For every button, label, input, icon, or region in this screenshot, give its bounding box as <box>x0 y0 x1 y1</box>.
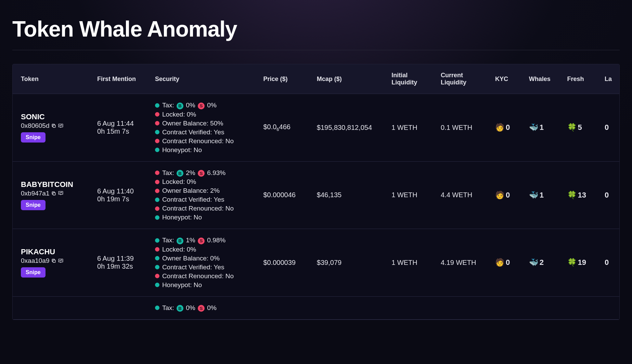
table-row: Tax: B 0% S 0% <box>13 296 619 320</box>
cell-kyc: 🧑0 <box>490 161 524 229</box>
cell-mcap: $46,135 <box>312 161 387 229</box>
first-mention-date: 6 Aug 11:40 <box>97 187 145 195</box>
cell-first-mention <box>92 296 150 320</box>
cell-mcap: $39,079 <box>312 229 387 297</box>
status-dot-green-icon <box>155 256 159 260</box>
status-dot-red-icon <box>155 112 159 117</box>
table-row: SONIC0x80605dSnipe6 Aug 11:440h 15m 7sTa… <box>13 94 619 162</box>
col-token[interactable]: Token <box>13 64 92 94</box>
sell-badge-icon: S <box>198 238 205 244</box>
security-tax: Tax: B 0% S 0% <box>155 304 254 312</box>
chart-icon[interactable] <box>58 191 63 196</box>
token-table: Token First Mention Security Price ($) M… <box>13 64 619 320</box>
col-mcap[interactable]: Mcap ($) <box>312 64 387 94</box>
cell-whales: 🐳2 <box>524 229 563 297</box>
status-dot-green-icon <box>155 306 159 310</box>
security-verified: Contract Verified: Yes <box>155 196 254 203</box>
cell-mcap <box>312 296 387 320</box>
status-dot-red-icon <box>155 171 159 175</box>
cell-first-mention: 6 Aug 11:390h 19m 32s <box>92 229 150 297</box>
status-dot-green-icon <box>155 265 159 269</box>
cell-fresh: 🍀5 <box>563 94 600 162</box>
clover-icon: 🍀 <box>567 258 577 267</box>
cell-token: BABYBITCOIN0xb947a1Snipe <box>13 161 92 229</box>
col-fresh[interactable]: Fresh <box>563 64 600 94</box>
cell-price <box>258 296 312 320</box>
whale-icon: 🐳 <box>529 191 538 199</box>
status-dot-red-icon <box>155 189 159 193</box>
status-dot-red-icon <box>155 121 159 125</box>
snipe-button[interactable]: Snipe <box>21 200 46 210</box>
security-tax: Tax: B 2% S 6.93% <box>155 169 254 177</box>
status-dot-red-icon <box>155 247 159 252</box>
whale-icon: 🐳 <box>529 123 538 132</box>
col-price[interactable]: Price ($) <box>258 64 312 94</box>
cell-la: 0 <box>600 229 619 297</box>
status-dot-green-icon <box>155 103 159 108</box>
kyc-icon: 🧑 <box>495 123 504 132</box>
cell-kyc: 🧑0 <box>490 94 524 162</box>
token-address: 0xb947a1 <box>21 190 49 197</box>
security-locked: Locked: 0% <box>155 246 254 253</box>
col-initial-liquidity[interactable]: Initial Liquidity <box>387 64 436 94</box>
sell-badge-icon: S <box>198 305 205 312</box>
cell-security: Tax: B 0% S 0% <box>150 296 259 320</box>
cell-security: Tax: B 0% S 0%Locked: 0%Owner Balance: 5… <box>150 94 259 162</box>
clover-icon: 🍀 <box>567 123 577 132</box>
security-honeypot: Honeypot: No <box>155 214 254 221</box>
cell-whales: 🐳1 <box>524 161 563 229</box>
security-verified: Contract Verified: Yes <box>155 129 254 136</box>
cell-token <box>13 296 92 320</box>
first-mention-date: 6 Aug 11:39 <box>97 255 145 262</box>
security-renounced: Contract Renounced: No <box>155 205 254 212</box>
buy-badge-icon: B <box>177 103 183 109</box>
token-name: SONIC <box>21 112 88 121</box>
cell-security: Tax: B 2% S 6.93%Locked: 0%Owner Balance… <box>150 161 259 229</box>
security-owner: Owner Balance: 0% <box>155 255 254 262</box>
cell-la: 0 <box>600 161 619 229</box>
svg-rect-4 <box>53 260 55 262</box>
status-dot-green-icon <box>155 283 159 287</box>
snipe-button[interactable]: Snipe <box>21 132 46 143</box>
col-kyc[interactable]: KYC <box>490 64 524 94</box>
cell-price: $0.000046 <box>258 161 312 229</box>
copy-icon[interactable] <box>51 123 56 128</box>
cell-current-liquidity: 4.19 WETH <box>436 229 490 297</box>
chart-icon[interactable] <box>58 123 63 129</box>
status-dot-green-icon <box>155 198 159 202</box>
cell-mcap: $195,830,812,054 <box>312 94 387 162</box>
chart-icon[interactable] <box>58 258 63 264</box>
security-locked: Locked: 0% <box>155 178 254 186</box>
cell-price: $0.06466 <box>258 94 312 162</box>
cell-current-liquidity: 4.4 WETH <box>436 161 490 229</box>
col-first-mention[interactable]: First Mention <box>92 64 150 94</box>
table-row: PIKACHU0xaa10a9Snipe6 Aug 11:390h 19m 32… <box>13 229 619 297</box>
table-header-row: Token First Mention Security Price ($) M… <box>13 64 619 94</box>
col-security[interactable]: Security <box>150 64 259 94</box>
col-la[interactable]: La <box>600 64 619 94</box>
security-honeypot: Honeypot: No <box>155 281 254 289</box>
security-verified: Contract Verified: Yes <box>155 264 254 271</box>
col-current-liquidity[interactable]: Current Liquidity <box>436 64 490 94</box>
copy-icon[interactable] <box>51 258 56 263</box>
cell-kyc: 🧑0 <box>490 229 524 297</box>
snipe-button[interactable]: Snipe <box>21 267 46 278</box>
buy-badge-icon: B <box>177 170 183 177</box>
first-mention-date: 6 Aug 11:44 <box>97 120 145 127</box>
buy-badge-icon: B <box>177 305 183 312</box>
security-tax: Tax: B 0% S 0% <box>155 102 254 109</box>
token-address: 0xaa10a9 <box>21 257 49 265</box>
cell-initial-liquidity <box>387 296 436 320</box>
cell-la <box>600 296 619 320</box>
kyc-icon: 🧑 <box>495 258 504 267</box>
security-renounced: Contract Renounced: No <box>155 137 254 145</box>
cell-first-mention: 6 Aug 11:440h 15m 7s <box>92 94 150 162</box>
cell-token: PIKACHU0xaa10a9Snipe <box>13 229 92 297</box>
divider <box>12 50 620 50</box>
copy-icon[interactable] <box>51 191 56 196</box>
cell-whales: 🐳1 <box>524 94 563 162</box>
status-dot-red-icon <box>155 139 159 143</box>
col-whales[interactable]: Whales <box>524 64 563 94</box>
cell-security: Tax: B 1% S 0.98%Locked: 0%Owner Balance… <box>150 229 259 297</box>
cell-price: $0.000039 <box>258 229 312 297</box>
